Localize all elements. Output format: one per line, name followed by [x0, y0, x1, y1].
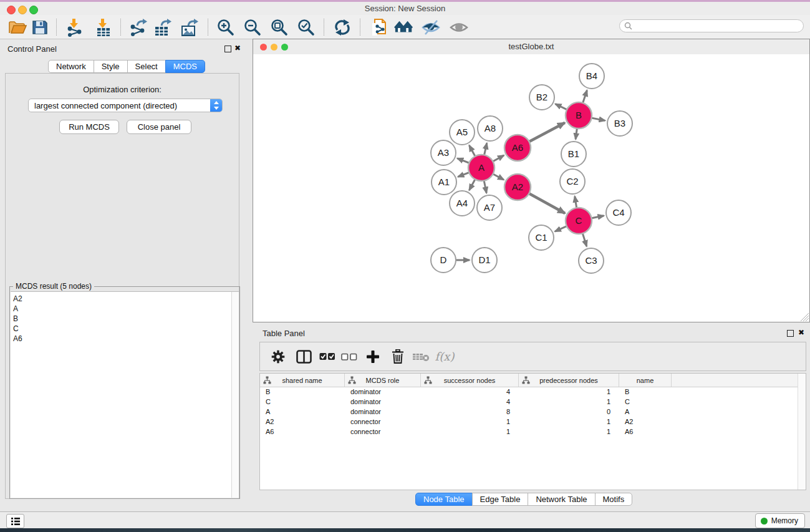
- float-panel-icon[interactable]: [224, 46, 231, 52]
- mcds-result-list[interactable]: A2ABCA6: [11, 291, 239, 498]
- table-cell: 1: [519, 387, 619, 397]
- select-all-checkboxes-icon[interactable]: [318, 342, 337, 370]
- result-item[interactable]: A6: [13, 334, 230, 344]
- graph-node-C[interactable]: C: [566, 208, 592, 234]
- graph-node-C3[interactable]: C3: [579, 248, 604, 273]
- graph-node-A1[interactable]: A1: [432, 170, 456, 195]
- tab-network-table[interactable]: Network Table: [528, 493, 595, 506]
- criterion-dropdown[interactable]: largest connected component (directed): [28, 99, 223, 112]
- export-network-icon[interactable]: [128, 17, 148, 37]
- tab-motifs[interactable]: Motifs: [595, 493, 633, 506]
- export-table-icon[interactable]: [153, 17, 173, 37]
- task-history-button[interactable]: [6, 514, 24, 528]
- result-item[interactable]: B: [13, 314, 230, 324]
- graph-node-A7[interactable]: A7: [477, 195, 502, 220]
- graph-node-D[interactable]: D: [431, 248, 456, 273]
- graph-node-A6[interactable]: A6: [504, 135, 531, 161]
- svg-text:C: C: [576, 215, 582, 226]
- add-column-icon[interactable]: [364, 342, 382, 370]
- graph-node-A4[interactable]: A4: [450, 191, 475, 216]
- table-panel-title: Table Panel: [263, 329, 305, 338]
- graph-node-B2[interactable]: B2: [529, 85, 554, 110]
- graph-node-A8[interactable]: A8: [478, 116, 503, 141]
- node-table: shared nameMCDS rolesuccessor nodesprede…: [259, 373, 806, 490]
- refresh-view-icon[interactable]: [332, 17, 352, 37]
- graph-node-A5[interactable]: A5: [450, 120, 475, 145]
- export-image-icon[interactable]: [180, 17, 200, 37]
- close-panel-button[interactable]: Close panel: [127, 120, 191, 134]
- import-table-icon[interactable]: [94, 17, 113, 37]
- delete-table-disabled-icon: [411, 342, 431, 370]
- table-header-row: shared nameMCDS rolesuccessor nodesprede…: [260, 374, 798, 387]
- result-item[interactable]: C: [13, 324, 230, 334]
- tab-select[interactable]: Select: [127, 60, 166, 73]
- table-row[interactable]: A6connector11A6: [260, 427, 798, 437]
- graph-node-C2[interactable]: C2: [560, 169, 585, 194]
- table-cell: 4: [421, 387, 519, 397]
- result-list-scrollbar[interactable]: [231, 292, 239, 498]
- zoom-selected-icon[interactable]: [296, 17, 316, 37]
- table-row[interactable]: Adominator80A: [260, 407, 798, 417]
- graph-node-A3[interactable]: A3: [431, 140, 456, 165]
- tab-style[interactable]: Style: [94, 60, 128, 73]
- new-network-from-selection-icon[interactable]: [369, 17, 389, 37]
- open-file-icon[interactable]: [7, 17, 27, 37]
- control-panel: Control Panel ✖ NetworkStyleSelectMCDS O…: [0, 39, 248, 510]
- table-cell: A6: [260, 427, 345, 437]
- zoom-in-icon[interactable]: [216, 17, 236, 37]
- tab-node-table[interactable]: Node Table: [415, 493, 473, 506]
- network-window-titlebar[interactable]: testGlobe.txt: [253, 39, 809, 55]
- float-table-panel-icon[interactable]: [787, 330, 794, 337]
- table-row[interactable]: Bdominator41B: [260, 387, 798, 397]
- graph-node-B4[interactable]: B4: [579, 64, 604, 89]
- column-header-shared-name[interactable]: shared name: [260, 374, 345, 387]
- column-header-mcds-role[interactable]: MCDS role: [345, 374, 421, 387]
- deselect-all-checkboxes-icon[interactable]: [340, 342, 359, 370]
- graph-node-B[interactable]: B: [566, 102, 592, 128]
- table-scrollbar[interactable]: [798, 374, 806, 490]
- graph-node-B3[interactable]: B3: [607, 111, 632, 136]
- memory-status-icon: [761, 518, 768, 525]
- table-tabs: Node TableEdge TableNetwork TableMotifs: [415, 493, 632, 506]
- graph-node-A2[interactable]: A2: [504, 174, 531, 200]
- zoom-fit-icon[interactable]: [269, 17, 289, 37]
- graph-node-B1[interactable]: B1: [561, 142, 586, 167]
- resize-grip-icon[interactable]: [800, 312, 809, 321]
- table-settings-gear-icon[interactable]: [269, 342, 287, 370]
- table-cell: B: [260, 387, 345, 397]
- search-field[interactable]: [619, 19, 804, 32]
- column-header-successor-nodes[interactable]: successor nodes: [421, 374, 519, 387]
- hide-panels-icon[interactable]: [421, 17, 441, 37]
- function-builder-icon: f(x): [432, 342, 457, 370]
- tab-edge-table[interactable]: Edge Table: [472, 493, 529, 506]
- result-item[interactable]: A2: [13, 294, 230, 304]
- column-header-name[interactable]: name: [619, 374, 672, 387]
- import-network-icon[interactable]: [65, 17, 85, 37]
- graph-node-A[interactable]: A: [468, 155, 494, 181]
- result-item[interactable]: A: [13, 304, 230, 314]
- save-session-icon[interactable]: [30, 17, 50, 37]
- close-table-panel-icon[interactable]: ✖: [798, 327, 804, 337]
- memory-button[interactable]: Memory: [755, 513, 805, 528]
- network-canvas[interactable]: B4B2BB3A5A8A6A3B1AA1C2A2A4A7C4CC1C3DD1: [253, 54, 809, 322]
- svg-text:B3: B3: [614, 118, 625, 128]
- show-panels-icon[interactable]: [449, 17, 469, 37]
- table-row[interactable]: A2connector11A2: [260, 417, 798, 427]
- delete-column-trash-icon[interactable]: [388, 342, 407, 370]
- run-mcds-button[interactable]: Run MCDS: [59, 120, 119, 134]
- search-input[interactable]: [635, 21, 803, 31]
- table-cell: A: [260, 407, 345, 417]
- reset-layout-home-icon[interactable]: [394, 17, 414, 37]
- column-header-predecessor-nodes[interactable]: predecessor nodes: [519, 374, 619, 387]
- tab-network[interactable]: Network: [48, 60, 94, 73]
- svg-text:A1: A1: [438, 177, 450, 187]
- graph-node-D1[interactable]: D1: [472, 248, 497, 273]
- graph-node-C1[interactable]: C1: [529, 225, 554, 250]
- tab-mcds[interactable]: MCDS: [165, 60, 205, 73]
- column-browser-icon[interactable]: [294, 342, 313, 370]
- graph-node-C4[interactable]: C4: [606, 200, 631, 225]
- table-row[interactable]: Cdominator41C: [260, 397, 798, 407]
- close-panel-icon[interactable]: ✖: [234, 43, 241, 53]
- mcds-result-title: MCDS result (5 nodes): [13, 282, 94, 291]
- zoom-out-icon[interactable]: [243, 17, 263, 37]
